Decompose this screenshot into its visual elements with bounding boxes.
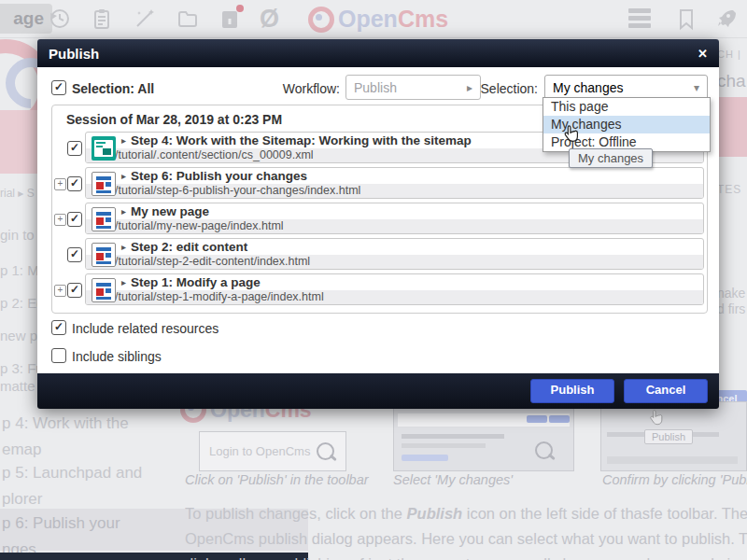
- resource-checkbox[interactable]: [67, 176, 82, 191]
- body-paragraph: To publish changes, click on the Publish…: [185, 501, 747, 560]
- sidebar-fragment: matte: [0, 378, 35, 394]
- expand-icon[interactable]: ▸: [121, 206, 126, 217]
- opencms-logo: OpenCms: [308, 6, 448, 33]
- chevron-down-icon: ▾: [694, 81, 699, 94]
- resource-checkbox[interactable]: [67, 247, 82, 262]
- wand-icon: [133, 7, 157, 31]
- bookmark-icon: [674, 7, 698, 31]
- resource-path: /tutorial/step-1-modify-a-page/index.htm…: [86, 290, 703, 304]
- expand-icon[interactable]: ▸: [121, 135, 126, 146]
- publish-button[interactable]: Publish: [530, 379, 614, 403]
- chevron-right-icon: ▸: [467, 81, 472, 94]
- session-header: Session of Mar 28, 2019 at 0:23 PM: [66, 112, 282, 127]
- dropdown-option-this-page[interactable]: This page: [543, 98, 710, 116]
- magnifier-icon: [535, 441, 553, 459]
- publish-dialog: Publish ✕ Selection: All Workflow: Publi…: [37, 39, 719, 409]
- selection-label: Selection:: [474, 81, 538, 96]
- folder-icon: [176, 7, 200, 31]
- resource-row[interactable]: ▸Step 6: Publish your changes /tutorial/…: [85, 167, 704, 199]
- dialog-thumbnail: [393, 401, 574, 471]
- resource-path: /tutorial/my-new-page/index.html: [86, 219, 703, 233]
- show-related-plus[interactable]: [54, 178, 66, 190]
- menu-icon: [628, 8, 653, 33]
- page-button: age: [0, 4, 52, 34]
- container-page-icon: [92, 278, 116, 302]
- sidebar-item: emap: [2, 441, 42, 459]
- background-toolbar: age Ø OpenCms: [0, 0, 747, 38]
- selection-select[interactable]: My changes▾: [544, 75, 708, 100]
- include-siblings-label: Include siblings: [72, 349, 162, 364]
- sidebar-item: p 4: Work with the: [2, 414, 129, 433]
- text-fragment: nake: [717, 286, 745, 301]
- cancel-button[interactable]: Cancel: [624, 379, 708, 403]
- sidebar-item: plorer: [2, 490, 42, 509]
- login-thumbnail: Login to OpenCms: [199, 431, 346, 471]
- resource-row[interactable]: ▸My new page /tutorial/my-new-page/index…: [85, 203, 704, 234]
- history-icon: [47, 7, 71, 31]
- expand-icon[interactable]: ▸: [121, 277, 126, 287]
- close-icon[interactable]: ✕: [698, 47, 708, 61]
- info-icon: [218, 7, 242, 31]
- resource-checkbox[interactable]: [67, 212, 82, 227]
- publish-rocket-icon: [713, 7, 738, 31]
- sidebar-item: p 5: Launchpad and: [2, 464, 142, 483]
- include-related-checkbox[interactable]: [51, 320, 66, 335]
- search-fragment: CH |: [717, 49, 741, 60]
- opencms-logo-mark: [308, 7, 334, 33]
- dropdown-tooltip: My changes: [569, 148, 653, 168]
- dialog-footer: Publish Cancel: [37, 373, 719, 409]
- background-publish-tooltip: Publish: [644, 429, 693, 444]
- clipboard-icon: [90, 7, 114, 31]
- hidden-elements-icon: Ø: [260, 7, 284, 31]
- screen: age Ø OpenCms: [0, 0, 747, 560]
- resource-checkbox[interactable]: [67, 283, 82, 298]
- thumbnail-caption: Click on 'Publish' in the toolbar: [185, 472, 369, 487]
- resource-checkbox[interactable]: [67, 141, 82, 156]
- expand-icon[interactable]: ▸: [121, 242, 126, 252]
- hand-cursor-icon: [561, 124, 582, 145]
- show-related-plus[interactable]: [54, 214, 66, 226]
- magnifier-icon: [317, 442, 334, 460]
- include-related-label: Include related resources: [72, 321, 218, 336]
- container-page-icon: [92, 207, 116, 231]
- background-code-box: [0, 110, 37, 174]
- resource-path: /tutorial/step-2-edit-content/index.html: [86, 255, 703, 269]
- background-cursor-icon: [647, 409, 666, 427]
- thumbnail-caption: Confirm by clicking 'Publish: [602, 472, 747, 487]
- container-page-icon: [92, 172, 116, 196]
- selection-all-label: Selection: All: [72, 81, 154, 96]
- include-siblings-checkbox[interactable]: [51, 348, 66, 363]
- selection-all-checkbox[interactable]: [51, 80, 66, 95]
- sidebar-fragment: new p: [0, 328, 37, 343]
- show-related-plus[interactable]: [54, 285, 66, 297]
- expand-icon[interactable]: ▸: [121, 171, 126, 181]
- sidebar-item-active: p 6: Publish your: [2, 514, 120, 533]
- sites-fragment: TES: [717, 183, 741, 196]
- heading-fragment: cha: [717, 71, 746, 91]
- breadcrumb-fragment: rial ▸ S: [0, 187, 35, 200]
- thumbnail-caption: Select 'My changes': [393, 472, 513, 487]
- notification-dot: [236, 5, 244, 12]
- text-fragment: d firs: [717, 301, 745, 316]
- resource-path: /tutorial/step-6-publish-your-changes/in…: [86, 184, 703, 198]
- resource-row[interactable]: ▸Step 2: edit content /tutorial/step-2-e…: [85, 238, 704, 270]
- dialog-header[interactable]: Publish ✕: [37, 39, 719, 67]
- resource-row[interactable]: ▸Step 1: Modify a page /tutorial/step-1-…: [85, 273, 704, 305]
- container-page-icon: [92, 243, 116, 267]
- content-section-icon: [92, 136, 116, 161]
- workflow-select[interactable]: Publish▸: [345, 75, 481, 100]
- workflow-label: Workflow:: [261, 81, 340, 96]
- dialog-title: Publish: [49, 46, 99, 62]
